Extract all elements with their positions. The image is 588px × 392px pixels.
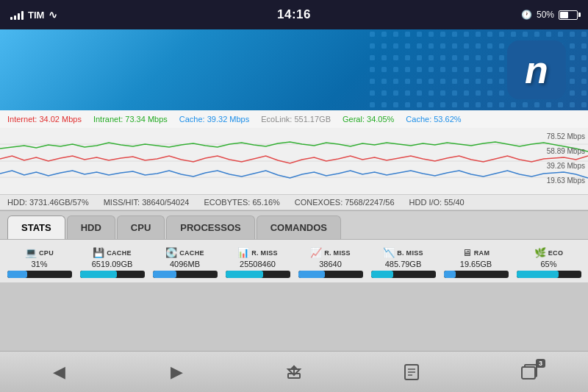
status-bar: TIM ∿ 14:16 🕐 50%: [0, 0, 588, 29]
signal-bars: [10, 10, 24, 20]
stat-value-4: 38640: [319, 260, 342, 268]
stat-item-cache-1: 💾 CACHE 6519.09GB: [79, 247, 146, 278]
stat-label-7: ECO: [548, 249, 563, 257]
progress-bar-bg-4: [298, 271, 363, 278]
stat-value-0: 31%: [31, 260, 47, 268]
progress-bar-fill-7: [517, 271, 559, 278]
progress-bar-bg-6: [444, 271, 509, 278]
stat-icon-6: 🖥: [462, 247, 472, 258]
tab-comandos[interactable]: COMANDOS: [257, 215, 341, 239]
legend-cache: Cache: 39.32 Mbps: [179, 115, 249, 124]
progress-bar-fill-4: [298, 271, 325, 278]
stat-icon-2: 💽: [165, 247, 177, 258]
stat-icon-row-6: 🖥 RAM: [462, 247, 490, 258]
progress-bar-bg-1: [80, 271, 145, 278]
chart-stats-bar: HDD: 3731.46GB/57% MISS/HIT: 38640/54024…: [0, 194, 588, 210]
forward-button[interactable]: ▶: [154, 357, 198, 387]
tab-stats[interactable]: STATS: [7, 215, 65, 239]
chart-svg: [0, 128, 588, 194]
share-button[interactable]: [272, 357, 316, 387]
tab-hdd[interactable]: HDD: [67, 215, 115, 239]
stat-item-ram-6: 🖥 RAM 19.65GB: [442, 247, 509, 278]
chart-canvas: 78.52 Mbps 58.89 Mbps 39.26 Mbps 19.63 M…: [0, 128, 588, 194]
header: n: [0, 29, 588, 110]
stat-label-3: R. MISS: [251, 249, 278, 257]
stat-label-4: R. MISS: [324, 249, 351, 257]
tab-cpu[interactable]: CPU: [117, 215, 165, 239]
stat-value-7: 65%: [540, 260, 556, 268]
progress-bar-fill-1: [80, 271, 117, 278]
progress-bar-bg-5: [371, 271, 436, 278]
right-label-3: 39.26 Mbps: [547, 159, 585, 174]
chart-right-labels: 78.52 Mbps 58.89 Mbps 39.26 Mbps 19.63 M…: [547, 129, 585, 188]
alarm-icon: 🕐: [521, 10, 532, 20]
stat-icon-3: 📊: [237, 247, 249, 258]
stat-icon-5: 📉: [383, 247, 395, 258]
progress-bar-fill-6: [444, 271, 456, 278]
tabs-button[interactable]: 3: [507, 357, 551, 387]
stat-value-5: 485.79GB: [385, 260, 422, 268]
svg-rect-10: [522, 367, 535, 379]
stat-label-6: RAM: [474, 249, 490, 257]
right-label-4: 19.63 Mbps: [547, 174, 585, 188]
stat-icon-row-3: 📊 R. MISS: [237, 247, 278, 258]
wifi-icon: ∿: [49, 9, 57, 21]
battery-icon: [559, 10, 578, 20]
stat-icon-7: 🌿: [534, 247, 546, 258]
legend-cache2: Cache: 53.62%: [406, 115, 461, 124]
stat-icon-row-5: 📉 B. MISS: [383, 247, 423, 258]
stat-conexoes: CONEXOES: 7568/2247/56: [295, 198, 395, 207]
stat-label-5: B. MISS: [397, 249, 423, 257]
status-right: 🕐 50%: [521, 10, 578, 20]
stat-icon-row-1: 💾 CACHE: [93, 247, 132, 258]
chart-area: Internet: 34.02 Mbps Intranet: 73.34 Mbp…: [0, 110, 588, 210]
stat-icon-0: 💻: [25, 247, 37, 258]
bookmarks-button[interactable]: [390, 357, 434, 387]
carrier-label: TIM: [28, 10, 44, 21]
stat-hddio: HDD I/O: 55/40: [409, 198, 465, 207]
tabs-bar: STATS HDD CPU PROCESSOS COMANDOS: [0, 210, 588, 240]
stat-icon-row-2: 💽 CACHE: [165, 247, 204, 258]
stat-ecobytes: ECOBYTES: 65.16%: [204, 198, 279, 207]
stat-icon-1: 💾: [93, 247, 104, 258]
battery-percent: 50%: [537, 10, 554, 20]
right-label-2: 58.89 Mbps: [547, 144, 585, 159]
bottom-nav: ◀ ▶ 3: [0, 351, 588, 392]
stat-value-1: 6519.09GB: [92, 260, 133, 268]
right-label-1: 78.52 Mbps: [547, 129, 585, 144]
back-button[interactable]: ◀: [37, 357, 81, 387]
stat-icon-row-7: 🌿 ECO: [534, 247, 563, 258]
progress-bar-fill-5: [371, 271, 394, 278]
stat-item-cache-2: 💽 CACHE 4096MB: [151, 247, 218, 278]
tab-processos[interactable]: PROCESSOS: [166, 215, 254, 239]
status-left: TIM ∿: [10, 9, 57, 21]
progress-bar-fill-2: [153, 271, 177, 278]
tabs-count: 3: [536, 359, 545, 368]
stat-item-r.-miss-4: 📈 R. MISS 38640: [297, 247, 364, 278]
stat-hdd: HDD: 3731.46GB/57%: [7, 198, 89, 207]
stat-label-1: CACHE: [107, 249, 132, 257]
stats-grid: 💻 CPU 31% 💾 CACHE 6519.09GB 💽 CACHE 4096…: [6, 247, 582, 278]
stat-item-b.-miss-5: 📉 B. MISS 485.79GB: [370, 247, 437, 278]
stat-value-6: 19.65GB: [460, 260, 492, 268]
time-display: 14:16: [277, 7, 311, 22]
stat-value-2: 4096MB: [170, 260, 200, 268]
stat-misshit: MISS/HIT: 38640/54024: [104, 198, 190, 207]
stat-icon-4: 📈: [310, 247, 322, 258]
stat-item-r.-miss-3: 📊 R. MISS 25508460: [224, 247, 291, 278]
legend-internet: Internet: 34.02 Mbps: [7, 115, 82, 124]
progress-bar-bg-2: [153, 271, 218, 278]
stat-value-3: 25508460: [240, 260, 276, 268]
legend-intranet: Intranet: 73.34 Mbps: [93, 115, 168, 124]
stats-panel: 💻 CPU 31% 💾 CACHE 6519.09GB 💽 CACHE 4096…: [0, 240, 588, 282]
legend-geral: Geral: 34.05%: [343, 115, 394, 124]
stat-label-0: CPU: [39, 249, 54, 257]
progress-bar-fill-3: [226, 271, 263, 278]
stat-icon-row-4: 📈 R. MISS: [310, 247, 351, 258]
logo: n: [507, 40, 566, 99]
stat-item-cpu-0: 💻 CPU 31%: [6, 247, 73, 278]
chart-legend: Internet: 34.02 Mbps Intranet: 73.34 Mbp…: [0, 110, 588, 128]
stat-label-2: CACHE: [179, 249, 204, 257]
progress-bar-bg-7: [517, 271, 581, 278]
progress-bar-bg-3: [226, 271, 290, 278]
